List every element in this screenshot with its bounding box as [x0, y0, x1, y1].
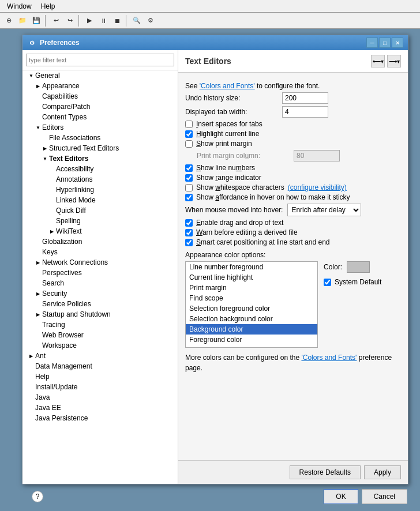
hover-label: When mouse moved into hover: — [185, 206, 283, 214]
tree-item-3[interactable]: Compare/Patch — [22, 102, 178, 112]
color-item-8[interactable]: Hyperlink — [186, 345, 317, 348]
tree-item-22[interactable]: Service Policies — [22, 299, 178, 309]
tree-item-8[interactable]: ▼Text Editors — [22, 153, 178, 164]
close-button[interactable]: ✕ — [392, 37, 403, 48]
color-item-0[interactable]: Line number foreground — [186, 262, 317, 272]
tree-arrow-4 — [34, 113, 42, 121]
tree-item-18[interactable]: ▶Network Connections — [22, 257, 178, 268]
tree-item-11[interactable]: Hyperlinking — [22, 185, 178, 195]
tree-item-16[interactable]: Globalization — [22, 236, 178, 247]
system-default-checkbox[interactable] — [324, 279, 331, 286]
range-underline: r — [215, 174, 217, 182]
tree-item-30[interactable]: Install/Update — [22, 382, 178, 392]
toolbar-btn-5[interactable]: ↪ — [63, 14, 76, 27]
tree-item-0[interactable]: ▼General — [22, 70, 178, 81]
tree-item-21[interactable]: ▶Security — [22, 288, 178, 299]
highlight-line-checkbox[interactable] — [185, 130, 193, 138]
undo-label: Undo history size: — [185, 94, 278, 102]
ok-button[interactable]: OK — [324, 489, 358, 504]
print-margin-col-input[interactable] — [294, 150, 340, 161]
color-swatch[interactable] — [347, 261, 370, 273]
warn-edit-checkbox[interactable] — [185, 229, 193, 236]
tree-item-4[interactable]: Content Types — [22, 112, 178, 122]
hover-dropdown[interactable]: Enrich after delay Enrich immediately Ne… — [287, 204, 361, 216]
print-margin-col-row: Print margin column: — [197, 150, 401, 161]
tree-item-2[interactable]: Capabilities — [22, 91, 178, 102]
toolbar-btn-2[interactable]: 📁 — [16, 14, 29, 27]
more-colors-link[interactable]: 'Colors and Fonts' — [301, 354, 357, 362]
color-item-3[interactable]: Find scope — [186, 293, 317, 303]
toolbar-btn-3[interactable]: 💾 — [30, 14, 43, 27]
insert-spaces-checkbox[interactable] — [185, 121, 193, 128]
tree-item-20[interactable]: Search — [22, 278, 178, 288]
tab-width-label: Displayed tab width: — [185, 108, 278, 116]
cancel-button[interactable]: Cancel — [362, 489, 407, 504]
tree-item-15[interactable]: ▶WikiText — [22, 226, 178, 236]
tree-item-7[interactable]: ▶Structured Text Editors — [22, 143, 178, 153]
configure-visibility-link[interactable]: (configure visibility) — [288, 183, 347, 191]
show-line-numbers-checkbox[interactable] — [185, 164, 193, 172]
tree-root: ▼General▶Appearance Capabilities Compare… — [22, 70, 178, 423]
tree-item-12[interactable]: Linked Mode — [22, 195, 178, 205]
menu-help[interactable]: Help — [36, 1, 60, 12]
toolbar-btn-9[interactable]: 🔍 — [130, 14, 143, 27]
print-margin-checkbox[interactable] — [185, 140, 193, 148]
smart-caret-checkbox[interactable] — [185, 239, 193, 246]
drag-drop-checkbox[interactable] — [185, 219, 193, 227]
tree-item-23[interactable]: ▶Startup and Shutdown — [22, 309, 178, 320]
toolbar-btn-1[interactable]: ⊕ — [2, 14, 15, 27]
tree-item-26[interactable]: Workspace — [22, 340, 178, 351]
toolbar-btn-4[interactable]: ↩ — [50, 14, 62, 27]
tree-label-18: Network Connections — [42, 258, 108, 266]
nav-fwd-button[interactable]: ⟶▾ — [387, 55, 401, 67]
color-list[interactable]: Line number foregroundCurrent line highl… — [185, 261, 318, 348]
toolbar-btn-7[interactable]: ⏸ — [97, 14, 110, 27]
tree-label-29: Help — [35, 373, 50, 381]
tree-item-28[interactable]: Data Management — [22, 361, 178, 371]
tree-item-33[interactable]: Java Persistence — [22, 413, 178, 423]
show-affordance-checkbox[interactable] — [185, 194, 193, 201]
color-item-5[interactable]: Selection background color — [186, 314, 317, 324]
tree-container[interactable]: ▼General▶Appearance Capabilities Compare… — [22, 70, 178, 484]
tree-item-13[interactable]: Quick Diff — [22, 205, 178, 216]
restore-defaults-button[interactable]: Restore Defaults — [290, 465, 361, 479]
tree-item-19[interactable]: Perspectives — [22, 268, 178, 278]
toolbar-btn-6[interactable]: ▶ — [83, 14, 96, 27]
tree-item-5[interactable]: ▼Editors — [22, 122, 178, 133]
toolbar-btn-10[interactable]: ⚙ — [144, 14, 157, 27]
tree-item-32[interactable]: Java EE — [22, 403, 178, 413]
apply-button[interactable]: Apply — [364, 465, 401, 479]
tree-arrow-2 — [34, 92, 42, 100]
tree-item-24[interactable]: Tracing — [22, 320, 178, 330]
tab-width-input[interactable] — [282, 106, 328, 118]
maximize-button[interactable]: □ — [379, 37, 391, 48]
tree-arrow-10 — [48, 175, 56, 183]
tree-item-25[interactable]: Web Browser — [22, 330, 178, 340]
search-input[interactable] — [26, 54, 174, 66]
tree-item-9[interactable]: Accessibility — [22, 164, 178, 174]
color-item-6[interactable]: Background color — [186, 324, 317, 335]
tree-item-10[interactable]: Annotations — [22, 174, 178, 185]
color-item-1[interactable]: Current line highlight — [186, 272, 317, 283]
tree-item-31[interactable]: Java — [22, 392, 178, 403]
tree-arrow-6 — [41, 134, 49, 142]
tree-item-27[interactable]: ▶Ant — [22, 351, 178, 361]
tree-item-29[interactable]: Help — [22, 371, 178, 382]
tree-item-1[interactable]: ▶Appearance — [22, 81, 178, 91]
tree-item-6[interactable]: File Associations — [22, 133, 178, 143]
toolbar-btn-8[interactable]: ⏹ — [111, 14, 123, 27]
color-item-2[interactable]: Print margin — [186, 283, 317, 293]
tree-item-14[interactable]: Spelling — [22, 216, 178, 226]
tree-label-9: Accessibility — [56, 165, 93, 173]
color-item-7[interactable]: Foreground color — [186, 335, 317, 345]
nav-back-button[interactable]: ⟵▾ — [371, 55, 385, 67]
help-icon[interactable]: ? — [32, 491, 43, 502]
menu-window[interactable]: Window — [2, 1, 36, 12]
tree-item-17[interactable]: Keys — [22, 247, 178, 257]
color-item-4[interactable]: Selection foreground color — [186, 303, 317, 314]
colors-fonts-link[interactable]: 'Colors and Fonts' — [200, 82, 255, 90]
undo-input[interactable] — [282, 92, 328, 104]
show-whitespace-checkbox[interactable] — [185, 184, 193, 191]
show-range-checkbox[interactable] — [185, 174, 193, 182]
minimize-button[interactable]: ─ — [366, 37, 378, 48]
